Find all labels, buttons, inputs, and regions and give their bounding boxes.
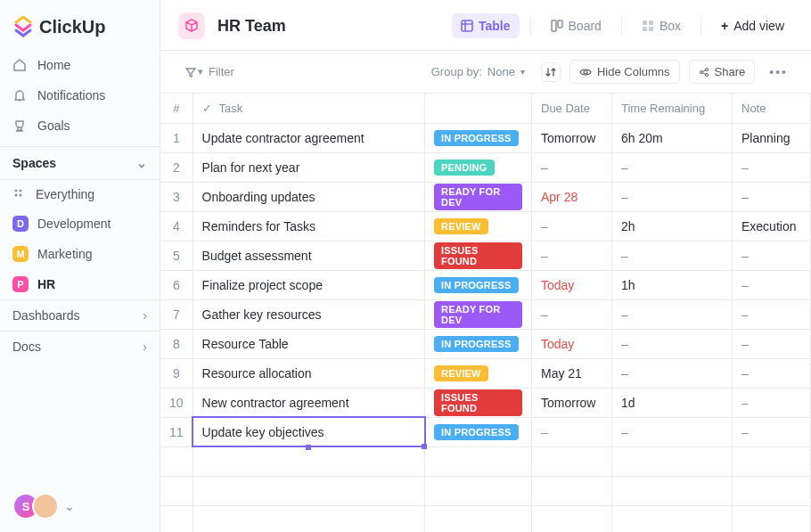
status-cell[interactable]: IN PROGRESS bbox=[425, 123, 532, 152]
nav-home[interactable]: Home bbox=[0, 50, 160, 80]
col-due[interactable]: Due Date bbox=[532, 94, 612, 123]
sort-button[interactable] bbox=[541, 62, 561, 82]
status-cell[interactable]: IN PROGRESS bbox=[425, 270, 532, 299]
nav-notifications[interactable]: Notifications bbox=[0, 80, 160, 110]
due-cell[interactable]: – bbox=[532, 241, 612, 270]
table-row[interactable]: 6Finalize project scopeIN PROGRESSToday1… bbox=[160, 270, 811, 299]
due-cell[interactable]: – bbox=[532, 211, 612, 241]
filter-button[interactable]: ▾ Filter bbox=[178, 61, 242, 82]
task-cell[interactable]: Update contractor agreement bbox=[193, 123, 424, 152]
note-cell[interactable]: Execution bbox=[733, 211, 811, 241]
due-cell[interactable]: – bbox=[532, 299, 612, 329]
table-row[interactable]: 3Onboarding updatesREADY FOR DEVApr 28–– bbox=[160, 182, 811, 211]
task-cell[interactable]: Plan for next year bbox=[193, 152, 424, 182]
time-cell[interactable]: 6h 20m bbox=[612, 123, 733, 152]
due-cell[interactable]: Tomorrow bbox=[532, 388, 612, 417]
note-cell[interactable]: – bbox=[733, 358, 811, 388]
nav-docs-label: Docs bbox=[12, 340, 41, 354]
table-row[interactable]: 5Budget assessmentISSUES FOUND––– bbox=[160, 241, 811, 270]
logo[interactable]: ClickUp bbox=[0, 0, 160, 50]
status-cell[interactable]: ISSUES FOUND bbox=[425, 388, 532, 417]
note-cell[interactable]: – bbox=[733, 270, 811, 299]
col-task[interactable]: ✓ Task bbox=[193, 94, 424, 123]
spaces-header[interactable]: Spaces ⌄ bbox=[0, 146, 160, 180]
col-note[interactable]: Note bbox=[733, 94, 811, 123]
sidebar-space-marketing[interactable]: MMarketing bbox=[0, 239, 160, 269]
status-cell[interactable]: IN PROGRESS bbox=[425, 329, 532, 358]
status-cell[interactable]: REVIEW bbox=[425, 358, 532, 388]
table-row[interactable]: 7Gather key resourcesREADY FOR DEV––– bbox=[160, 299, 811, 329]
sidebar-space-hr[interactable]: PHR bbox=[0, 269, 160, 299]
view-tab-board[interactable]: Board bbox=[542, 13, 610, 38]
note-cell[interactable]: – bbox=[733, 241, 811, 270]
col-status[interactable] bbox=[425, 94, 532, 123]
task-cell[interactable]: Resource Table bbox=[193, 329, 424, 358]
hide-columns-button[interactable]: Hide Columns bbox=[569, 60, 680, 84]
col-number[interactable]: # bbox=[160, 94, 193, 123]
groupby-button[interactable]: Group by: None ▾ bbox=[424, 61, 532, 82]
time-cell[interactable]: – bbox=[612, 152, 733, 182]
nav-goals[interactable]: Goals bbox=[0, 110, 160, 141]
status-cell[interactable]: READY FOR DEV bbox=[425, 182, 532, 211]
time-cell[interactable]: – bbox=[612, 329, 733, 358]
task-cell[interactable]: Onboarding updates bbox=[193, 182, 424, 211]
task-cell-editing[interactable]: Update key objectives bbox=[193, 417, 424, 446]
note-cell[interactable]: – bbox=[733, 182, 811, 211]
note-cell[interactable]: – bbox=[733, 417, 811, 446]
table-row[interactable]: 2Plan for next yearPENDING––– bbox=[160, 152, 811, 182]
time-cell[interactable]: – bbox=[612, 417, 733, 446]
status-cell[interactable]: READY FOR DEV bbox=[425, 299, 532, 329]
task-cell[interactable]: Budget assessment bbox=[193, 241, 424, 270]
nav-docs[interactable]: Docs › bbox=[0, 331, 160, 362]
share-button[interactable]: Share bbox=[689, 60, 756, 84]
due-cell[interactable]: – bbox=[532, 152, 612, 182]
due-cell[interactable]: Today bbox=[532, 329, 612, 358]
add-view-button[interactable]: + Add view bbox=[712, 13, 793, 38]
sidebar-everything[interactable]: Everything bbox=[0, 180, 160, 209]
note-cell[interactable]: – bbox=[733, 152, 811, 182]
note-cell[interactable]: – bbox=[733, 329, 811, 358]
nav-dashboards[interactable]: Dashboards › bbox=[0, 299, 160, 331]
svg-rect-12 bbox=[649, 27, 653, 31]
table-row[interactable]: 4Reminders for TasksREVIEW–2hExecution bbox=[160, 211, 811, 241]
task-cell[interactable]: Resource allocation bbox=[193, 358, 424, 388]
view-tab-table[interactable]: Table bbox=[452, 13, 520, 38]
time-cell[interactable]: 1h bbox=[612, 270, 733, 299]
time-cell[interactable]: – bbox=[612, 182, 733, 211]
table-row[interactable]: 9Resource allocationREVIEWMay 21–– bbox=[160, 358, 811, 388]
time-cell[interactable]: 1d bbox=[612, 388, 733, 417]
groupby-value: None bbox=[487, 65, 515, 78]
avatar-stack[interactable]: S ⌄ bbox=[0, 480, 160, 532]
table-row[interactable]: 11Update key objectivesIN PROGRESS––– bbox=[160, 417, 811, 446]
status-cell[interactable]: ISSUES FOUND bbox=[425, 241, 532, 270]
svg-line-18 bbox=[702, 72, 706, 74]
time-cell[interactable]: – bbox=[612, 241, 733, 270]
table-row[interactable]: 8Resource TableIN PROGRESSToday–– bbox=[160, 329, 811, 358]
task-cell[interactable]: New contractor agreement bbox=[193, 388, 424, 417]
due-cell[interactable]: Today bbox=[532, 270, 612, 299]
task-cell[interactable]: Gather key resources bbox=[193, 299, 424, 329]
status-cell[interactable]: IN PROGRESS bbox=[425, 417, 532, 446]
more-button[interactable]: ••• bbox=[764, 65, 793, 79]
spaces-header-label: Spaces bbox=[12, 156, 56, 170]
due-cell[interactable]: – bbox=[532, 417, 612, 446]
time-cell[interactable]: – bbox=[612, 299, 733, 329]
status-cell[interactable]: PENDING bbox=[425, 152, 532, 182]
note-cell[interactable]: – bbox=[733, 299, 811, 329]
col-time[interactable]: Time Remaining bbox=[612, 94, 733, 123]
due-cell[interactable]: May 21 bbox=[532, 358, 612, 388]
due-cell[interactable]: Apr 28 bbox=[532, 182, 612, 211]
view-tab-box[interactable]: Box bbox=[633, 13, 690, 38]
note-cell[interactable]: – bbox=[733, 388, 811, 417]
task-cell[interactable]: Reminders for Tasks bbox=[193, 211, 424, 241]
home-icon bbox=[12, 58, 27, 72]
task-cell[interactable]: Finalize project scope bbox=[193, 270, 424, 299]
sidebar-space-development[interactable]: DDevelopment bbox=[0, 209, 160, 239]
status-cell[interactable]: REVIEW bbox=[425, 211, 532, 241]
time-cell[interactable]: – bbox=[612, 358, 733, 388]
note-cell[interactable]: Planning bbox=[733, 123, 811, 152]
due-cell[interactable]: Tomorrow bbox=[532, 123, 612, 152]
time-cell[interactable]: 2h bbox=[612, 211, 733, 241]
table-row[interactable]: 1Update contractor agreementIN PROGRESST… bbox=[160, 123, 811, 152]
table-row[interactable]: 10New contractor agreementISSUES FOUNDTo… bbox=[160, 388, 811, 417]
